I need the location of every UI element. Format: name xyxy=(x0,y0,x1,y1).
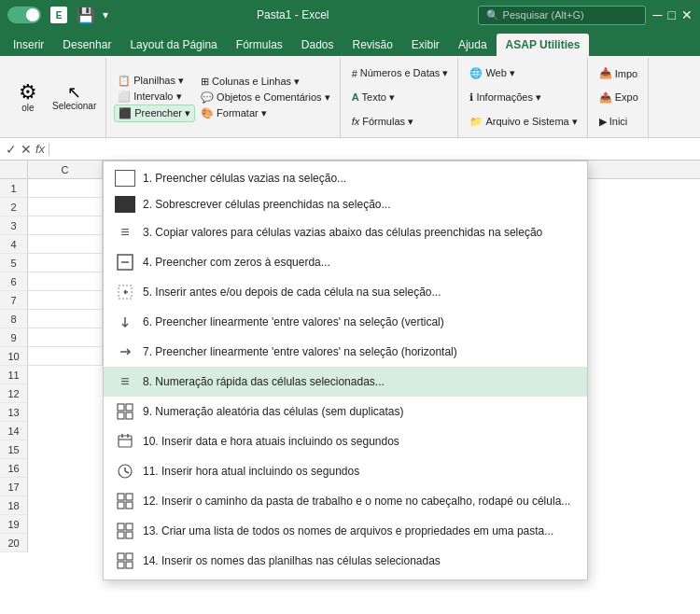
tab-formulas[interactable]: Fórmulas xyxy=(227,34,292,56)
menu-item-4[interactable]: 4. Preencher com zeros à esquerda... xyxy=(104,247,587,277)
row-num-20: 20 xyxy=(0,534,27,552)
controle-btn[interactable]: ⚙ ole xyxy=(9,80,47,115)
cell-c1[interactable] xyxy=(28,179,103,198)
row-num-1: 1 xyxy=(0,179,27,198)
menu-text-11: 11. Inserir hora atual incluindo os segu… xyxy=(143,465,576,478)
selecionar-label: Selecionar xyxy=(52,101,96,111)
menu-item-11[interactable]: 11. Inserir hora atual incluindo os segu… xyxy=(104,456,587,486)
arquivo-icon: 📁 xyxy=(469,116,483,128)
cross-icon: ✕ xyxy=(21,142,32,157)
preencher-dropdown: 1. Preencher células vazias na seleção..… xyxy=(103,160,588,580)
tab-dados[interactable]: Dados xyxy=(292,34,343,56)
menu-item-7[interactable]: 7. Preencher linearmente 'entre valores'… xyxy=(104,337,587,367)
menu-item-12[interactable]: 12. Inserir o caminho da pasta de trabal… xyxy=(104,486,587,516)
col-header-c[interactable]: C xyxy=(28,160,103,178)
formatar-btn[interactable]: 🎨 Formatar ▾ xyxy=(197,105,334,121)
formulas-ribbon-btn[interactable]: fx Fórmulas ▾ xyxy=(348,114,453,130)
row-num-6: 6 xyxy=(0,272,27,291)
cell-c8[interactable] xyxy=(28,310,103,328)
numeros-btn[interactable]: # Números e Datas ▾ xyxy=(348,65,453,81)
tab-revisao[interactable]: Revisão xyxy=(343,34,402,56)
menu-item-1[interactable]: 1. Preencher células vazias na seleção..… xyxy=(104,165,587,191)
cell-c4[interactable] xyxy=(28,235,103,254)
impo-btn[interactable]: 📥 Impo xyxy=(595,65,642,81)
texto-icon: A xyxy=(352,91,359,103)
cell-c10[interactable] xyxy=(28,347,103,366)
row-num-19: 19 xyxy=(0,515,27,534)
planilhas-label: Planilhas ▾ xyxy=(133,75,184,87)
menu-item-2[interactable]: 2. Sobrescrever células preenchidas na s… xyxy=(104,191,587,217)
cell-c6[interactable] xyxy=(28,272,103,291)
window-controls: ─ □ ✕ xyxy=(653,7,693,22)
tab-ajuda[interactable]: Ajuda xyxy=(449,34,497,56)
menu-item-10[interactable]: 10. Inserir data e hora atuais incluindo… xyxy=(104,426,587,456)
search-icon: 🔍 xyxy=(486,9,499,21)
svg-rect-3 xyxy=(118,404,124,411)
controle-label: ole xyxy=(21,103,34,113)
row-num-9: 9 xyxy=(0,328,27,347)
row-num-13: 13 xyxy=(0,403,27,422)
tab-desenhar[interactable]: Desenhar xyxy=(53,34,120,56)
info-btn[interactable]: ℹ Informações ▾ xyxy=(466,90,581,105)
svg-rect-15 xyxy=(126,494,133,500)
menu-icon-8: ≡ xyxy=(115,371,135,392)
formatar-icon: 🎨 xyxy=(201,107,214,119)
fx-label: fx xyxy=(35,142,45,156)
menu-text-6: 6. Preencher linearmente 'entre valores'… xyxy=(143,315,576,328)
row-num-14: 14 xyxy=(0,422,27,440)
intervalo-btn[interactable]: ⬜ Intervalo ▾ xyxy=(114,89,195,105)
row-num-col-header xyxy=(0,160,28,178)
close-btn[interactable]: ✕ xyxy=(681,7,693,22)
cell-c3[interactable] xyxy=(28,216,103,235)
tab-exibir[interactable]: Exibir xyxy=(402,34,449,56)
menu-item-8[interactable]: ≡ 8. Numeração rápida das células seleci… xyxy=(104,367,587,397)
preencher-btn[interactable]: ⬛ Preencher ▾ xyxy=(114,105,195,122)
objetos-btn[interactable]: 💬 Objetos e Comentários ▾ xyxy=(197,90,334,105)
row-num-3: 3 xyxy=(0,216,27,235)
minimize-btn[interactable]: ─ xyxy=(653,7,663,22)
tab-inserir[interactable]: Inserir xyxy=(4,34,53,56)
row-num-12: 12 xyxy=(0,384,27,403)
menu-text-13: 13. Criar uma lista de todos os nomes de… xyxy=(143,524,576,537)
row-num-15: 15 xyxy=(0,440,27,459)
menu-item-6[interactable]: 6. Preencher linearmente 'entre valores'… xyxy=(104,307,587,337)
svg-rect-14 xyxy=(118,494,124,500)
numeros-label: Números e Datas ▾ xyxy=(360,67,449,79)
svg-rect-21 xyxy=(126,532,133,538)
web-btn[interactable]: 🌐 Web ▾ xyxy=(466,65,581,81)
save-icon[interactable]: 💾 xyxy=(77,7,95,24)
svg-rect-6 xyxy=(126,412,133,419)
search-box[interactable]: 🔍 Pesquisar (Alt+G) xyxy=(478,6,646,25)
ribbon-btns-main: 📋 Planilhas ▾ ⬜ Intervalo ▾ ⬛ Preencher … xyxy=(114,60,333,135)
menu-item-14[interactable]: 14. Inserir os nomes das planilhas nas c… xyxy=(104,546,587,576)
selecionar-icon: ↖ xyxy=(67,84,81,101)
colunas-btn[interactable]: ⊞ Colunas e Linhas ▾ xyxy=(197,74,334,90)
menu-item-3[interactable]: ≡ 3. Copiar valores para células vazias … xyxy=(104,217,587,247)
menu-item-13[interactable]: 13. Criar uma lista de todos os nomes de… xyxy=(104,516,587,546)
inici-btn[interactable]: ▶ Inici xyxy=(595,114,642,130)
menu-text-7: 7. Preencher linearmente 'entre valores'… xyxy=(143,345,576,358)
expo-btn[interactable]: 📤 Expo xyxy=(595,90,642,105)
svg-rect-20 xyxy=(118,532,124,538)
texto-btn[interactable]: A Texto ▾ xyxy=(348,90,453,105)
tab-layout[interactable]: Layout da Página xyxy=(120,34,226,56)
ribbon-col-right: ⊞ Colunas e Linhas ▾ 💬 Objetos e Comentá… xyxy=(197,72,334,123)
row-num-8: 8 xyxy=(0,310,27,328)
toggle-switch[interactable] xyxy=(7,7,41,23)
maximize-btn[interactable]: □ xyxy=(668,7,676,22)
cell-c2[interactable] xyxy=(28,198,103,216)
row-num-16: 16 xyxy=(0,459,27,478)
ribbon: ⚙ ole ↖ Selecionar 📋 Planilhas ▾ ⬜ Inter… xyxy=(0,56,700,138)
arquivo-btn[interactable]: 📁 Arquivo e Sistema ▾ xyxy=(466,114,581,130)
menu-item-9[interactable]: 9. Numeração aleatória das células (sem … xyxy=(104,397,587,426)
cell-c7[interactable] xyxy=(28,291,103,310)
planilhas-btn[interactable]: 📋 Planilhas ▾ xyxy=(114,73,195,89)
cell-c5[interactable] xyxy=(28,254,103,272)
selecionar-btn[interactable]: ↖ Selecionar xyxy=(49,82,100,113)
window-title: Pasta1 - Excel xyxy=(108,8,478,21)
tab-asap[interactable]: ASAP Utilities xyxy=(497,34,590,56)
menu-item-5[interactable]: 5. Inserir antes e/ou depois de cada cél… xyxy=(104,277,587,307)
cell-c9[interactable] xyxy=(28,328,103,347)
menu-text-2: 2. Sobrescrever células preenchidas na s… xyxy=(143,198,576,211)
menu-icon-3: ≡ xyxy=(115,222,135,243)
